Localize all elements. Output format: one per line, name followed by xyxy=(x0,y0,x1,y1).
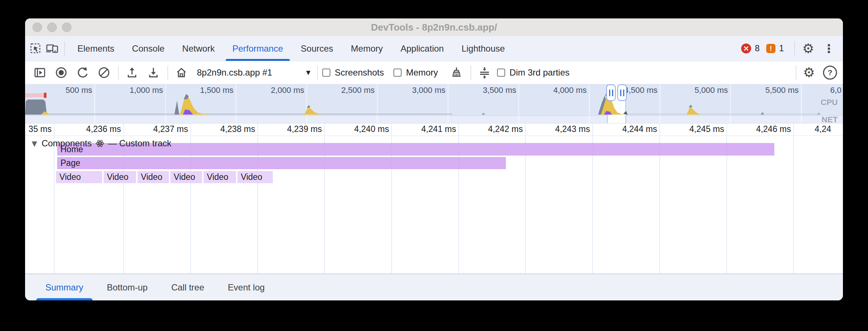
screenshots-checkbox[interactable] xyxy=(322,69,330,77)
collapse-triangle-icon[interactable]: ▼ xyxy=(32,139,37,147)
performance-toolbar: 8p2n9n.csb.app #1 ▼ Screenshots Memory xyxy=(25,61,843,84)
tab-sources[interactable]: Sources xyxy=(292,36,342,61)
clear-icon xyxy=(97,66,111,79)
selection-left-handle[interactable] xyxy=(606,84,616,101)
error-badge-icon[interactable] xyxy=(741,43,751,53)
track-bar-video[interactable]: Video xyxy=(204,171,236,183)
home-icon xyxy=(175,66,188,79)
sidebar-panel-icon xyxy=(33,66,46,79)
track-bar-video[interactable]: Video xyxy=(104,171,136,183)
screenshots-checkbox-item: Screenshots xyxy=(322,67,384,78)
memory-label[interactable]: Memory xyxy=(406,67,438,78)
chevron-down-icon: ▼ xyxy=(306,69,310,76)
memory-checkbox-item: Memory xyxy=(393,67,438,78)
dim-3rd-parties-label[interactable]: Dim 3rd parties xyxy=(510,67,570,78)
home-button[interactable] xyxy=(173,64,190,81)
tab-lighthouse[interactable]: Lighthouse xyxy=(453,36,514,61)
track-bar-video[interactable]: Video xyxy=(56,171,102,183)
target-selector-dropdown[interactable]: 8p2n9n.csb.app #1 ▼ xyxy=(197,67,310,78)
collapse-tracks-button[interactable] xyxy=(476,64,493,81)
cpu-activity-chart xyxy=(25,84,843,124)
tab-console[interactable]: Console xyxy=(123,36,173,61)
components-track-header[interactable]: ▼ Components — Custom track xyxy=(25,138,171,149)
tab-network[interactable]: Network xyxy=(173,36,223,61)
selection-right-handle[interactable] xyxy=(617,84,627,101)
help-question-mark: ? xyxy=(828,68,833,77)
screenshots-label[interactable]: Screenshots xyxy=(335,67,384,78)
help-icon[interactable]: ? xyxy=(823,66,837,80)
more-options-kebab-icon[interactable]: ⋮ xyxy=(823,43,835,55)
collect-garbage-button[interactable] xyxy=(448,64,465,81)
bottom-tab-event-log[interactable]: Event log xyxy=(219,274,274,300)
toolbar-divider xyxy=(317,66,318,80)
bottom-tabbar: SummaryBottom-upCall treeEvent log xyxy=(25,273,843,300)
tabbar-right-divider xyxy=(794,41,795,56)
track-bar-video[interactable]: Video xyxy=(170,171,202,183)
bottom-tab-call-tree[interactable]: Call tree xyxy=(162,274,213,300)
dim-3rd-parties-checkbox[interactable] xyxy=(497,69,505,77)
tabbar-divider xyxy=(64,41,65,56)
panel-tabs: ElementsConsoleNetworkPerformanceSources… xyxy=(69,36,514,61)
warning-badge-icon[interactable]: ! xyxy=(766,44,775,53)
titlebar: DevTools - 8p2n9n.csb.app/ xyxy=(25,18,843,36)
toolbar-divider xyxy=(167,66,168,80)
gc-broom-icon xyxy=(450,66,463,79)
error-count[interactable]: 8 xyxy=(755,43,760,53)
track-bar-page[interactable]: Page xyxy=(57,157,506,169)
tab-elements[interactable]: Elements xyxy=(69,36,123,61)
collapse-vertical-icon xyxy=(478,66,491,79)
upload-icon xyxy=(125,66,139,79)
reload-icon xyxy=(76,66,89,79)
dim-3rd-parties-checkbox-item: Dim 3rd parties xyxy=(497,67,570,78)
toolbar-divider xyxy=(471,66,471,80)
react-atom-icon xyxy=(96,139,104,148)
download-icon xyxy=(147,66,160,79)
tab-memory[interactable]: Memory xyxy=(342,36,392,61)
memory-checkbox[interactable] xyxy=(393,69,402,77)
capture-settings-gear-icon[interactable]: ⚙ xyxy=(803,66,815,79)
settings-gear-icon[interactable]: ⚙ xyxy=(802,42,814,55)
inspect-element-button[interactable] xyxy=(28,41,44,57)
tab-performance[interactable]: Performance xyxy=(223,36,292,61)
device-toolbar-icon xyxy=(45,42,59,55)
tabbar-right-controls: 8 ! 1 ⚙ ⋮ xyxy=(741,41,843,56)
save-profile-button[interactable] xyxy=(145,64,162,81)
timeline-overview[interactable]: 500 ms1,000 ms1,500 ms2,000 ms2,500 ms3,… xyxy=(25,84,843,123)
clear-button[interactable] xyxy=(95,64,113,81)
load-profile-button[interactable] xyxy=(123,64,141,81)
record-icon xyxy=(55,66,68,79)
bottom-tab-summary[interactable]: Summary xyxy=(36,274,93,300)
record-and-reload-button[interactable] xyxy=(74,64,91,81)
track-bar-video[interactable]: Video xyxy=(237,171,273,183)
device-toolbar-button[interactable] xyxy=(44,41,60,57)
record-button[interactable] xyxy=(52,64,70,81)
warning-mark: ! xyxy=(770,45,772,53)
target-selector-label: 8p2n9n.csb.app #1 xyxy=(197,67,272,78)
inspect-cursor-icon xyxy=(29,42,43,55)
toolbar-divider xyxy=(118,66,119,80)
window-title: DevTools - 8p2n9n.csb.app/ xyxy=(25,22,843,33)
toolbar-divider xyxy=(796,66,796,80)
tab-application[interactable]: Application xyxy=(392,36,452,61)
timeline-detail[interactable]: 35 ms4,236 ms4,237 ms4,238 ms4,239 ms4,2… xyxy=(25,123,843,273)
track-title: Components xyxy=(42,138,92,149)
detail-ruler xyxy=(25,123,843,136)
toggle-sidebar-button[interactable] xyxy=(31,64,49,81)
devtools-window: DevTools - 8p2n9n.csb.app/ ElementsConso… xyxy=(25,18,843,300)
bottom-tab-bottom-up[interactable]: Bottom-up xyxy=(98,274,157,300)
toolbar-right-controls: ⚙ ? xyxy=(794,66,837,80)
warning-count[interactable]: 1 xyxy=(779,43,784,53)
track-subtitle: — Custom track xyxy=(108,138,171,149)
devtools-tabbar: ElementsConsoleNetworkPerformanceSources… xyxy=(25,36,843,61)
track-bar-video[interactable]: Video xyxy=(138,171,169,183)
